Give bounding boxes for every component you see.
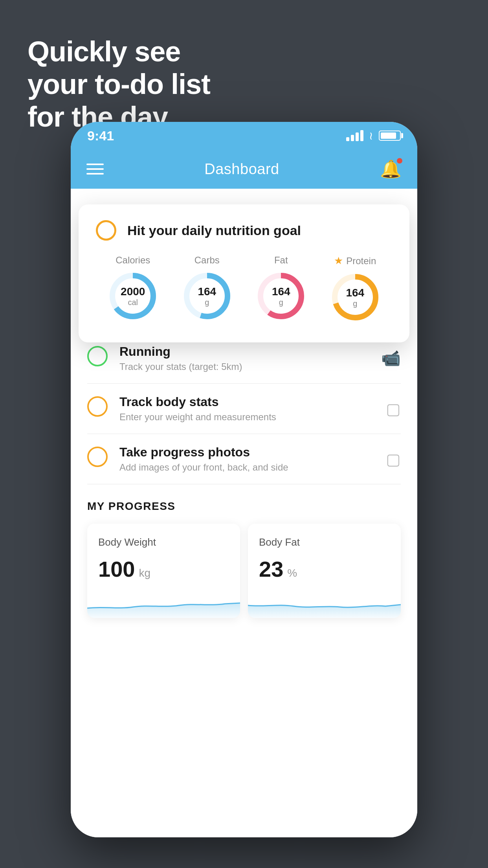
carbs-unit: g [198,298,216,306]
protein-value: 164 [346,287,364,299]
status-icons: ≀ [346,129,401,142]
wifi-icon: ≀ [369,129,373,142]
todo-sub-running: Track your stats (target: 5km) [119,361,369,372]
app-title: Dashboard [204,161,279,178]
todo-title-photos: Take progress photos [119,445,374,460]
scale-icon: ▢ [386,400,401,418]
body-fat-card-title: Body Fat [259,536,390,548]
star-icon: ★ [334,255,343,267]
app-header: Dashboard 🔔 [71,149,417,189]
todo-text-body-stats: Track body stats Enter your weight and m… [119,395,374,423]
todo-checkbox-photos[interactable] [87,447,108,467]
macro-protein-label: Protein [346,256,376,267]
protein-unit: g [346,299,364,307]
todo-sub-body-stats: Enter your weight and measurements [119,412,374,423]
fat-donut: 164 g [255,270,306,322]
macro-carbs-label: Carbs [194,255,220,266]
todo-checkbox-body-stats[interactable] [87,396,108,417]
macro-calories: Calories 2000 cal [107,255,158,322]
progress-section-title: MY PROGRESS [87,500,401,513]
body-fat-unit: % [287,567,297,579]
photo-icon: ▢ [386,450,401,468]
body-fat-card[interactable]: Body Fat 23 % [248,524,401,618]
fat-value: 164 [272,286,290,298]
running-icon: 📹 [381,349,401,368]
nutrition-card-title: Hit your daily nutrition goal [127,223,301,238]
protein-donut: 164 g [330,272,381,323]
body-weight-value: 100 [98,556,135,582]
todo-text-running: Running Track your stats (target: 5km) [119,344,369,372]
status-bar: 9:41 ≀ [71,122,417,149]
body-weight-card[interactable]: Body Weight 100 kg [87,524,240,618]
calories-unit: cal [121,298,145,306]
status-time: 9:41 [87,128,114,143]
todo-title-running: Running [119,344,369,359]
todo-sub-photos: Add images of your front, back, and side [119,462,374,473]
todo-checkbox-running[interactable] [87,346,108,366]
content-area: THINGS TO DO TODAY Hit your daily nutrit… [71,189,417,837]
calories-donut: 2000 cal [107,270,158,322]
task-checkbox[interactable] [96,220,116,241]
macros-row: Calories 2000 cal Carbs [96,255,392,323]
body-fat-sparkline [248,587,401,618]
todo-list: Running Track your stats (target: 5km) 📹… [71,333,417,484]
todo-item-photos[interactable]: Take progress photos Add images of your … [87,434,401,484]
todo-text-photos: Take progress photos Add images of your … [119,445,374,473]
body-weight-unit: kg [139,567,150,579]
carbs-value: 164 [198,286,216,298]
progress-section: MY PROGRESS Body Weight 100 kg [71,500,417,618]
notification-badge [396,157,403,164]
body-weight-sparkline [87,587,240,618]
macro-protein: ★ Protein 164 g [330,255,381,323]
macro-carbs: Carbs 164 g [182,255,233,322]
phone-shell: 9:41 ≀ Dashboard 🔔 THINGS T [71,122,417,837]
todo-title-body-stats: Track body stats [119,395,374,409]
macro-calories-label: Calories [116,255,150,266]
notifications-button[interactable]: 🔔 [380,159,402,179]
fat-unit: g [272,298,290,306]
battery-icon [379,131,401,141]
nutrition-card: Hit your daily nutrition goal Calories 2… [79,204,409,342]
todo-item-body-stats[interactable]: Track body stats Enter your weight and m… [87,384,401,434]
menu-button[interactable] [86,164,104,175]
signal-icon [346,130,363,141]
macro-fat: Fat 164 g [255,255,306,322]
macro-fat-label: Fat [274,255,288,266]
calories-value: 2000 [121,286,145,298]
carbs-donut: 164 g [182,270,233,322]
progress-cards: Body Weight 100 kg [87,524,401,618]
body-fat-value: 23 [259,556,283,582]
hero-text: Quickly see your to-do list for the day. [28,35,210,133]
body-weight-card-title: Body Weight [98,536,229,548]
